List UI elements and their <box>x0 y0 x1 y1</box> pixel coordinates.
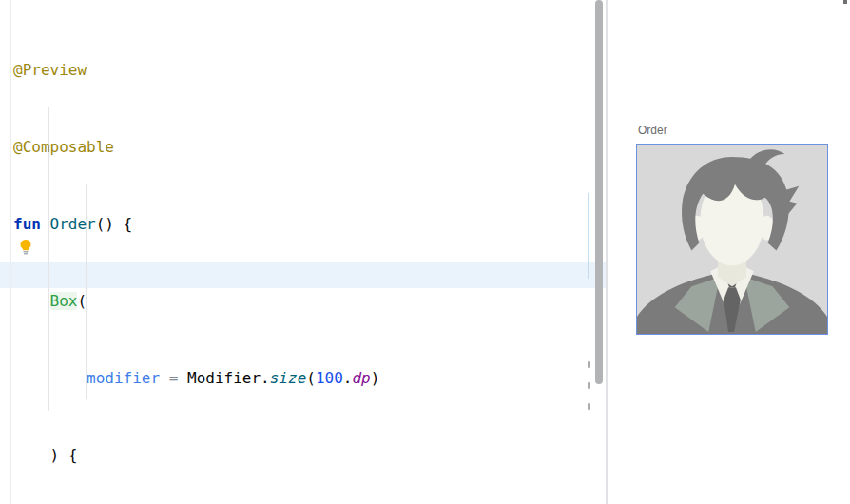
code-token: ( <box>77 292 87 310</box>
scrollbar-range-marker <box>588 193 589 279</box>
code-token <box>41 215 50 233</box>
code-token: ( <box>306 369 316 387</box>
code-token <box>13 369 87 387</box>
gutter-separator <box>10 0 11 504</box>
editor-vertical-scrollbar[interactable] <box>595 0 603 384</box>
code-line: @Composable <box>13 134 581 160</box>
code-editor[interactable]: @Preview @Composable fun Order() { Box( … <box>0 0 606 504</box>
code-token: = <box>160 369 187 387</box>
code-token: . <box>343 369 353 387</box>
code-area: @Preview @Composable fun Order() { Box( … <box>13 6 581 504</box>
code-token: Box <box>50 292 78 310</box>
ide-split-view: @Preview @Composable fun Order() { Box( … <box>0 0 850 504</box>
scrollbar-line-marker <box>588 403 590 410</box>
intention-lightbulb-icon[interactable] <box>19 239 32 256</box>
code-token: Modifier. <box>187 369 270 387</box>
code-line: fun Order() { <box>13 211 581 237</box>
code-token: dp <box>352 369 370 387</box>
code-token: ) { <box>13 446 77 464</box>
code-token: Order <box>50 215 96 233</box>
preview-canvas[interactable] <box>636 144 828 335</box>
code-token <box>13 292 50 310</box>
code-line: Box( <box>13 288 581 314</box>
code-line: ) { <box>13 442 581 468</box>
code-token: @Preview <box>13 61 87 79</box>
code-token: size <box>270 369 307 387</box>
scrollbar-line-marker <box>588 382 590 389</box>
preview-scrollbar-remnant <box>843 0 847 4</box>
code-token: () { <box>96 215 133 233</box>
code-token: @Composable <box>13 138 114 156</box>
preview-title: Order <box>638 124 667 137</box>
scrollbar-line-marker <box>588 361 590 368</box>
avatar-image <box>637 145 827 334</box>
code-line: @Preview <box>13 57 581 83</box>
code-token: fun <box>13 215 41 233</box>
code-token: modifier <box>87 369 160 387</box>
code-token: 100 <box>316 369 343 387</box>
code-line: modifier = Modifier.size(100.dp) <box>13 365 581 391</box>
compose-preview-pane[interactable]: Order <box>608 0 850 504</box>
code-token: ) <box>371 369 380 387</box>
